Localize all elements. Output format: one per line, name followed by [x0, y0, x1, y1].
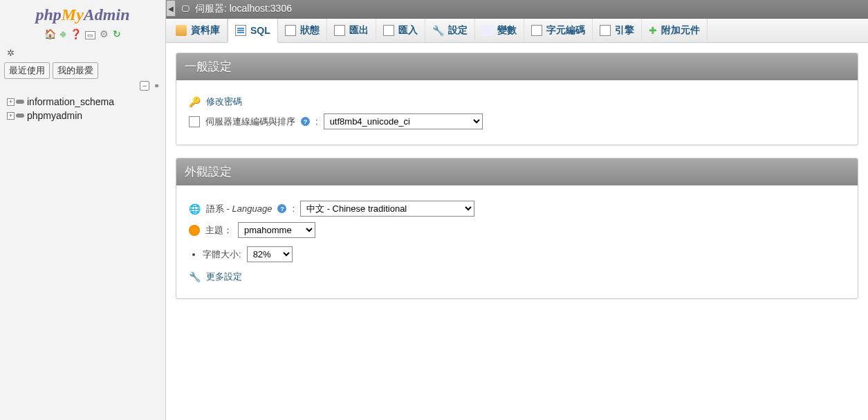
nav-settings-icon[interactable]: ⚙: [100, 28, 109, 39]
key-icon: 🔑: [189, 96, 201, 107]
content: 一般設定 🔑 修改密碼 伺服器連線編碼與排序 ?: utf8mb4_unicod…: [166, 43, 868, 321]
tab-import[interactable]: 匯入: [376, 19, 425, 42]
logout-icon[interactable]: ⎆: [60, 28, 66, 39]
tab-databases[interactable]: 資料庫: [169, 19, 228, 42]
tab-favorites[interactable]: 我的最愛: [53, 62, 98, 79]
collation-label: 伺服器連線編碼與排序: [205, 116, 295, 128]
logo-admin: Admin: [84, 6, 130, 24]
home-icon[interactable]: 🏠: [44, 28, 56, 39]
tab-recent[interactable]: 最近使用: [4, 62, 50, 79]
theme-select[interactable]: pmahomme: [238, 222, 315, 238]
wrench-icon: 🔧: [189, 271, 201, 282]
sql-query-icon[interactable]: ▭: [85, 31, 95, 39]
tab-status[interactable]: 狀態: [278, 19, 327, 42]
fontsize-select[interactable]: 82%: [247, 246, 293, 262]
export-icon: [334, 25, 345, 36]
wrench-icon: 🔧: [432, 26, 444, 35]
help-icon[interactable]: ?: [277, 204, 286, 213]
import-icon: [383, 25, 394, 36]
more-settings-link[interactable]: 更多設定: [206, 271, 242, 283]
sidebar-collapse-handle[interactable]: ◀: [166, 0, 176, 17]
docs-icon[interactable]: ❓: [70, 28, 82, 39]
panel-general-settings: 一般設定 🔑 修改密碼 伺服器連線編碼與排序 ?: utf8mb4_unicod…: [176, 53, 858, 145]
charset-icon: [189, 116, 200, 127]
breadcrumb: 🖵 伺服器: localhost:3306: [166, 0, 868, 19]
language-label: 語系 -: [206, 203, 232, 214]
panel-title-general: 一般設定: [176, 53, 858, 80]
theme-label: 主題：: [205, 224, 232, 237]
db-item-phpmyadmin[interactable]: + phpmyadmin: [7, 109, 165, 122]
status-icon: [285, 25, 296, 36]
database-tree: + information_schema + phpmyadmin: [0, 93, 165, 122]
tab-settings[interactable]: 🔧設定: [425, 19, 475, 42]
tab-sql[interactable]: SQL: [228, 19, 278, 43]
tab-charsets[interactable]: 字元編碼: [524, 19, 593, 42]
loading-spinner-icon: ✲: [7, 48, 165, 58]
change-password-link[interactable]: 修改密碼: [206, 95, 242, 108]
charset-icon: [531, 25, 542, 36]
sidebar-tabs: 最近使用 我的最愛: [4, 62, 161, 79]
sidebar: phpMyAdmin 🏠 ⎆ ❓ ▭ ⚙ ↻ ✲ 最近使用 我的最愛 − ⚭ +…: [0, 0, 166, 420]
language-select[interactable]: 中文 - Chinese traditional: [300, 201, 474, 217]
language-icon: 🌐: [189, 203, 201, 214]
collapse-all-icon[interactable]: −: [140, 81, 149, 91]
breadcrumb-server-label: 伺服器:: [195, 3, 227, 14]
logo-my: My: [62, 6, 84, 24]
server-icon: 🖵: [181, 4, 190, 14]
panel-appearance-settings: 外觀設定 🌐 語系 - Language ?: 中文 - Chinese tra…: [176, 158, 858, 299]
logo-php: php: [35, 6, 61, 24]
help-icon[interactable]: ?: [301, 117, 310, 126]
logo: phpMyAdmin: [0, 0, 165, 26]
engine-icon: [600, 25, 611, 36]
top-nav: 資料庫 SQL 狀態 匯出 匯入 🔧設定 變數 字元編碼 引擎 ✚附加元件: [166, 19, 868, 43]
tab-export[interactable]: 匯出: [327, 19, 376, 42]
nav-shortcut-bar: 🏠 ⎆ ❓ ▭ ⚙ ↻: [0, 26, 165, 44]
collation-select[interactable]: utf8mb4_unicode_ci: [324, 113, 483, 129]
variables-icon: [482, 25, 493, 36]
language-label-italic: Language: [232, 203, 273, 214]
reload-icon[interactable]: ↻: [113, 28, 121, 39]
db-name: phpmyadmin: [27, 110, 82, 121]
db-item-information-schema[interactable]: + information_schema: [7, 95, 165, 109]
tab-engines[interactable]: 引擎: [593, 19, 642, 42]
sql-icon: [235, 25, 246, 36]
tree-controls: − ⚭: [0, 79, 165, 93]
db-link-icon: [16, 100, 24, 104]
main-area: ◀ 🖵 伺服器: localhost:3306 資料庫 SQL 狀態 匯出 匯入…: [166, 0, 868, 420]
link-tree-icon[interactable]: ⚭: [154, 82, 160, 91]
breadcrumb-server-value: localhost:3306: [230, 3, 292, 14]
database-icon: [176, 25, 187, 36]
panel-title-appearance: 外觀設定: [176, 158, 858, 185]
theme-icon: [189, 225, 200, 236]
db-name: information_schema: [27, 96, 114, 107]
tab-plugins[interactable]: ✚附加元件: [642, 19, 708, 42]
tab-variables[interactable]: 變數: [475, 19, 524, 42]
fontsize-label: 字體大小:: [203, 248, 241, 261]
expand-icon[interactable]: +: [7, 112, 15, 120]
db-link-icon: [16, 113, 24, 118]
expand-icon[interactable]: +: [7, 98, 15, 106]
plugin-icon: ✚: [649, 26, 657, 35]
